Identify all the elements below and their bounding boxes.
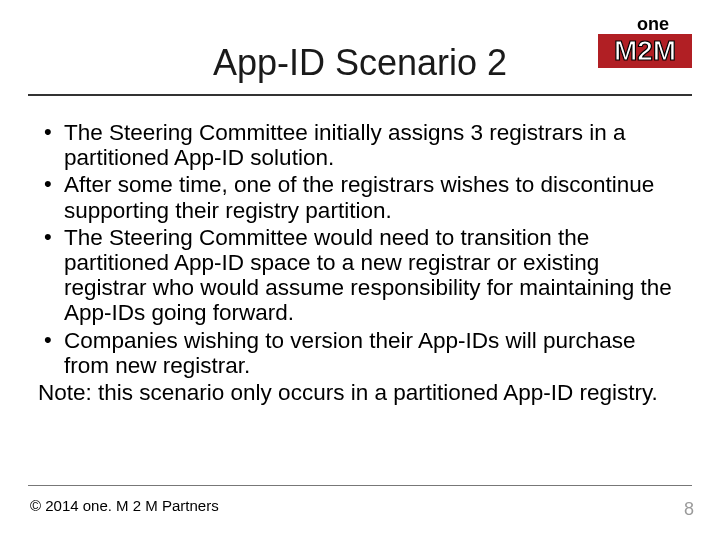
page-number: 8 [684, 499, 694, 520]
bullet-list: The Steering Committee initially assigns… [38, 120, 684, 378]
logo-top-text: one [637, 14, 669, 34]
list-item: After some time, one of the registrars w… [38, 172, 684, 222]
slide-title: App-ID Scenario 2 [213, 42, 507, 83]
list-item: The Steering Committee initially assigns… [38, 120, 684, 170]
title-underline [28, 94, 692, 96]
copyright-text: © 2014 one. M 2 M Partners [30, 497, 219, 514]
slide: one M2M M2M App-ID Scenario 2 The Steeri… [0, 0, 720, 540]
bullet-text: The Steering Committee initially assigns… [64, 120, 625, 170]
body-content: The Steering Committee initially assigns… [38, 120, 684, 405]
note-text: Note: this scenario only occurs in a par… [38, 380, 684, 405]
bullet-text: After some time, one of the registrars w… [64, 172, 654, 222]
list-item: The Steering Committee would need to tra… [38, 225, 684, 326]
list-item: Companies wishing to version their App-I… [38, 328, 684, 378]
bullet-text: The Steering Committee would need to tra… [64, 225, 672, 326]
bullet-text: Companies wishing to version their App-I… [64, 328, 636, 378]
footer-rule [28, 485, 692, 486]
title-container: App-ID Scenario 2 [0, 42, 720, 84]
